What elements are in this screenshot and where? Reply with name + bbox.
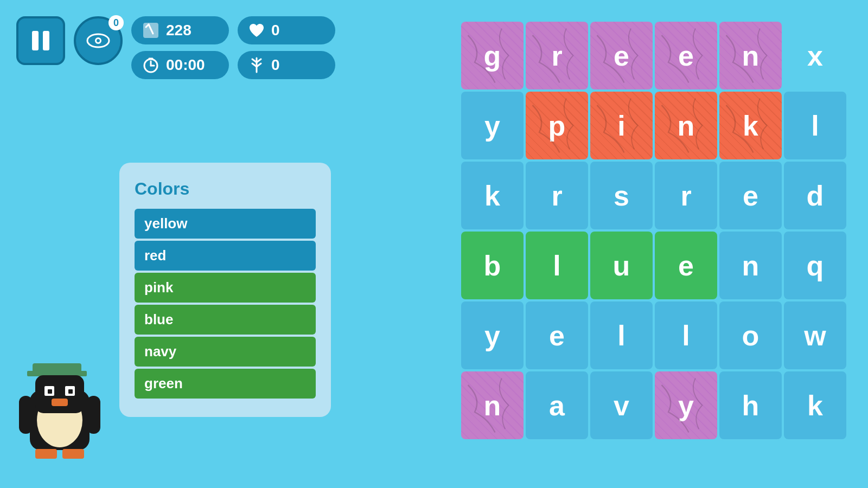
timer-value: 00:00 [166, 56, 205, 74]
grid-cell-33[interactable]: y [655, 371, 717, 439]
grid-cell-10[interactable]: k [719, 92, 782, 159]
grid-cell-3[interactable]: e [655, 22, 717, 89]
score-value: 228 [166, 22, 192, 39]
grid-cell-35[interactable]: k [784, 371, 846, 439]
eye-badge: 0 [108, 15, 124, 30]
word-item-green[interactable]: green [135, 369, 316, 399]
score-pill: 228 [131, 16, 229, 44]
grid-cell-15[interactable]: r [655, 162, 717, 229]
grid-cell-7[interactable]: p [526, 92, 588, 159]
grid-cell-20[interactable]: u [590, 232, 653, 299]
score-icon [142, 22, 159, 39]
grid-cell-21[interactable]: e [655, 232, 717, 299]
svg-rect-27 [35, 449, 57, 459]
grid-cell-30[interactable]: n [461, 371, 524, 439]
grid-cell-26[interactable]: l [590, 301, 653, 369]
grid-cell-6[interactable]: y [461, 92, 524, 159]
word-item-pink[interactable]: pink [135, 273, 316, 303]
word-list-title: Colors [135, 179, 316, 199]
grid-cell-31[interactable]: a [526, 371, 588, 439]
heart-icon [248, 23, 265, 38]
word-list-items: yellowredpinkbluenavygreen [135, 209, 316, 399]
penguin-character [16, 347, 103, 466]
grid-cell-13[interactable]: r [526, 162, 588, 229]
timer-icon [142, 56, 159, 74]
grid-cell-25[interactable]: e [526, 301, 588, 369]
letter-grid: greenxypinklkrsredbluenqyellownavyhk [461, 22, 846, 439]
svg-rect-25 [19, 396, 33, 434]
svg-rect-28 [62, 449, 84, 459]
grid-cell-5[interactable]: x [784, 22, 846, 89]
word-list-panel: Colors yellowredpinkbluenavygreen [119, 163, 331, 417]
svg-rect-23 [68, 389, 73, 394]
grid-cell-28[interactable]: o [719, 301, 782, 369]
grid-cell-34[interactable]: h [719, 371, 782, 439]
word-item-navy[interactable]: navy [135, 337, 316, 367]
grid-cell-0[interactable]: g [461, 22, 524, 89]
secondary-stats-group: 0 0 [238, 16, 335, 79]
grid-cell-14[interactable]: s [590, 162, 653, 229]
grid-cell-12[interactable]: k [461, 162, 524, 229]
grid-cell-22[interactable]: n [719, 232, 782, 299]
stats-group: 228 00:00 [131, 16, 229, 79]
grid-cell-4[interactable]: n [719, 22, 782, 89]
hearts-pill: 0 [238, 16, 335, 44]
svg-rect-24 [52, 399, 68, 406]
grid-cell-16[interactable]: e [719, 162, 782, 229]
eye-button[interactable]: 0 [74, 16, 123, 65]
word-item-red[interactable]: red [135, 241, 316, 271]
grid-cell-32[interactable]: v [590, 371, 653, 439]
grid-cell-2[interactable]: e [590, 22, 653, 89]
word-item-blue[interactable]: blue [135, 305, 316, 335]
grid-cell-29[interactable]: w [784, 301, 846, 369]
grid-cell-1[interactable]: r [526, 22, 588, 89]
header: 0 228 00:00 [16, 16, 335, 79]
svg-rect-22 [48, 389, 52, 394]
grid-cell-27[interactable]: l [655, 301, 717, 369]
svg-rect-26 [87, 396, 100, 434]
grid-cell-24[interactable]: y [461, 301, 524, 369]
pause-button[interactable] [16, 16, 65, 65]
grid-cell-18[interactable]: b [461, 232, 524, 299]
grid-cell-11[interactable]: l [784, 92, 846, 159]
stars-value: 0 [271, 56, 280, 74]
svg-point-2 [97, 39, 100, 42]
grid-cell-9[interactable]: n [655, 92, 717, 159]
grid-cell-23[interactable]: q [784, 232, 846, 299]
word-item-yellow[interactable]: yellow [135, 209, 316, 239]
grid-cell-17[interactable]: d [784, 162, 846, 229]
branch-icon [248, 57, 265, 73]
pause-icon [32, 31, 49, 50]
timer-pill: 00:00 [131, 51, 229, 79]
svg-rect-19 [35, 375, 84, 413]
grid-cell-8[interactable]: i [590, 92, 653, 159]
grid-cell-19[interactable]: l [526, 232, 588, 299]
hearts-value: 0 [271, 22, 280, 39]
stars-pill: 0 [238, 51, 335, 79]
eye-icon [86, 33, 110, 48]
